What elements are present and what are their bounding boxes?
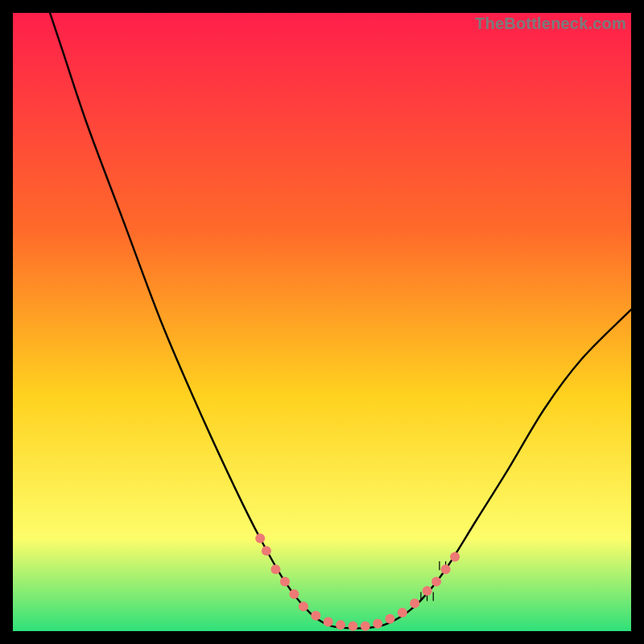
curve-marker-dot [410,598,419,608]
curve-marker-dot [280,577,290,587]
curve-marker-dot [450,552,460,562]
curve-marker-dot [299,601,308,611]
curve-marker-dot [348,621,357,631]
curve-marker-dot [398,608,407,617]
curve-marker-dot [385,614,394,624]
curve-marker-dot [361,621,370,631]
chart-svg [13,13,631,631]
curve-marker-dot [289,589,299,599]
curve-marker-dot [423,586,432,596]
curve-marker-dot [441,564,451,574]
curve-marker-dot [324,617,333,626]
curve-marker-dot [270,564,280,574]
chart-background [13,13,631,631]
curve-marker-dot [431,577,441,587]
chart-frame: TheBottleneck.com [13,13,631,631]
watermark-text: TheBottleneck.com [475,14,626,33]
curve-marker-dot [262,546,271,555]
curve-marker-dot [373,619,382,629]
curve-marker-dot [336,620,345,630]
curve-marker-dot [255,534,265,543]
curve-marker-dot [311,611,320,621]
